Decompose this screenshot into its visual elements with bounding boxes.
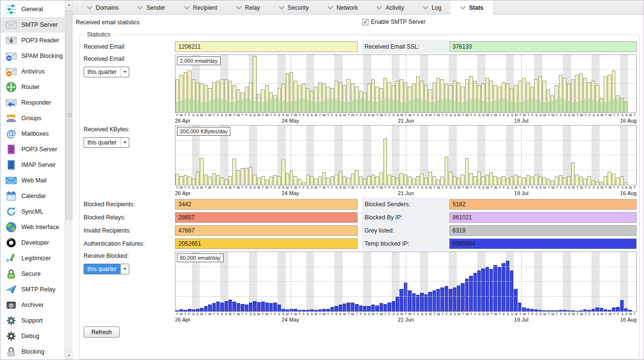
chart-day-slot (433, 55, 436, 112)
weekday-letter: S (224, 113, 228, 118)
chart-bar (624, 182, 627, 185)
tab-relay[interactable]: Relay (226, 0, 269, 15)
sidebar-item-legitimizer[interactable]: Legitimizer (0, 251, 65, 266)
sidebar-list: GeneralSMTP ServerPOP3 ReaderSPAM Blocki… (0, 1, 65, 360)
chart-day-slot (334, 126, 338, 185)
tab-activity[interactable]: Activity (367, 0, 413, 15)
chevron-down-icon (184, 5, 190, 10)
checkbox-box[interactable]: ✓ (362, 19, 368, 25)
weekday-letter: T (440, 312, 444, 317)
chart-label: Received Email: (84, 55, 175, 62)
weekday-letter: F (445, 185, 449, 190)
sidebar-item-general[interactable]: General (0, 1, 65, 17)
weekday-letter: F (216, 185, 220, 190)
chart-day-slot (359, 126, 363, 185)
weekday-letter: S (363, 185, 367, 190)
chart-day-slot (339, 252, 343, 311)
sidebar-scrollbar[interactable] (65, 0, 72, 360)
chart-day-slot (343, 126, 347, 185)
weekday-letter: M (400, 312, 403, 317)
chart-bar (412, 179, 416, 185)
weekday-letter: T (318, 185, 322, 190)
tab-security[interactable]: Security (269, 0, 318, 15)
sidebar-item-support[interactable]: Support (0, 313, 65, 328)
sidebar-item-label: Debug (21, 333, 39, 340)
sidebar-item-responder[interactable]: Responder (0, 95, 65, 110)
dropdown-arrow-button[interactable] (121, 67, 129, 77)
tab-network[interactable]: Network (318, 0, 367, 15)
weekday-letter: F (387, 185, 391, 190)
chart-day-slot (428, 252, 432, 311)
chart-day-slot (575, 55, 579, 112)
scrollbar-thumb[interactable] (66, 10, 72, 219)
chart-controls: Received Email: this quarter (84, 54, 175, 124)
weekday-letter: W (608, 113, 612, 118)
chart-bar (314, 310, 317, 311)
chart-bar (486, 175, 489, 185)
weekday-letter: T (633, 185, 637, 190)
scrollbar-up-button[interactable] (66, 1, 72, 8)
chevron-down-icon (123, 142, 126, 144)
sidebar-item-mailboxes[interactable]: @Mailboxes (0, 126, 65, 142)
tab-sender[interactable]: Sender (128, 0, 174, 15)
period-dropdown-received-email[interactable]: this quarter (84, 67, 129, 77)
chart-bar (469, 173, 472, 185)
weekday-letter: M (428, 312, 432, 317)
scrollbar-down-button[interactable] (66, 352, 72, 359)
sidebar-item-web-interface[interactable]: Web Interface (0, 219, 65, 235)
enable-smtp-checkbox[interactable]: ✓ Enable SMTP Server (362, 18, 426, 25)
weekday-letter: F (359, 113, 363, 118)
chart-bar (396, 297, 399, 312)
sidebar-item-router[interactable]: Router (0, 79, 65, 95)
sidebar-item-syncml[interactable]: SyncML (0, 204, 65, 219)
chart-day-slot (367, 55, 371, 112)
period-dropdown-receive-blocked[interactable]: this quarter (84, 264, 129, 274)
dropdown-arrow-button[interactable] (121, 138, 129, 147)
tab-recipient[interactable]: Recipient (174, 0, 226, 15)
weekday-letter: M (228, 185, 232, 190)
sidebar-item-blocking[interactable]: Blocking (0, 344, 65, 360)
sidebar-item-groups[interactable]: Groups (0, 110, 65, 126)
period-dropdown-received-kbytes[interactable]: this quarter (84, 137, 129, 148)
chart-bar (555, 177, 558, 185)
chart-bar (530, 177, 534, 185)
chart-bar (220, 303, 224, 311)
field-label: Blocked Senders: (362, 198, 448, 211)
temp-blocked-ip-value: 5565804 (449, 238, 637, 249)
chart-day-slot (237, 126, 241, 185)
chart-bar (392, 301, 395, 311)
sidebar-item-web-mail[interactable]: Web Mail (0, 173, 65, 188)
dropdown-arrow-button[interactable] (121, 264, 129, 274)
weekday-letter: W (322, 185, 326, 190)
weekday-letter: T (318, 113, 322, 118)
sidebar-item-imap-server[interactable]: IMAP Server (0, 157, 65, 173)
tab-domains[interactable]: Domains (77, 0, 128, 15)
chart-day-slot (445, 55, 449, 112)
sidebar-item-pop3-reader[interactable]: POP3 Reader (0, 33, 65, 48)
tab-log[interactable]: Log (413, 0, 451, 15)
sidebar-item-debug[interactable]: Debug (0, 328, 65, 344)
chart-bar (461, 283, 464, 311)
chart-bar (237, 170, 240, 185)
weekday-letter: S (563, 312, 567, 317)
tab-stats[interactable]: Stats (451, 0, 492, 15)
sidebar-item-developer[interactable]: Developer (0, 235, 65, 251)
sidebar-item-smtp-relay[interactable]: SMTP Relay (0, 282, 65, 297)
weekday-letter: W (436, 185, 440, 190)
chart-overlay-bar (567, 101, 571, 112)
weekday-letter: F (502, 185, 506, 190)
weekday-letter: F (616, 185, 620, 190)
check-icon: ✓ (363, 19, 367, 25)
refresh-button[interactable]: Refresh (84, 326, 120, 338)
chart-day-slot (608, 126, 611, 185)
sidebar-item-archiver[interactable]: Archiver (0, 297, 65, 313)
chart-day-slot (469, 126, 473, 185)
developer-icon (5, 237, 17, 249)
sidebar-item-pop3-server[interactable]: POP3 Server (0, 142, 65, 157)
chart-day-slot (367, 126, 371, 185)
sidebar-item-smtp-server[interactable]: SMTP Server (0, 17, 65, 33)
sidebar-item-antivirus[interactable]: Antivirus (0, 64, 65, 79)
sidebar-item-calendar[interactable]: Calendar (0, 188, 65, 204)
sidebar-item-secure[interactable]: Secure (0, 266, 65, 282)
sidebar-item-spam-blocking[interactable]: SPAM Blocking (0, 48, 65, 64)
